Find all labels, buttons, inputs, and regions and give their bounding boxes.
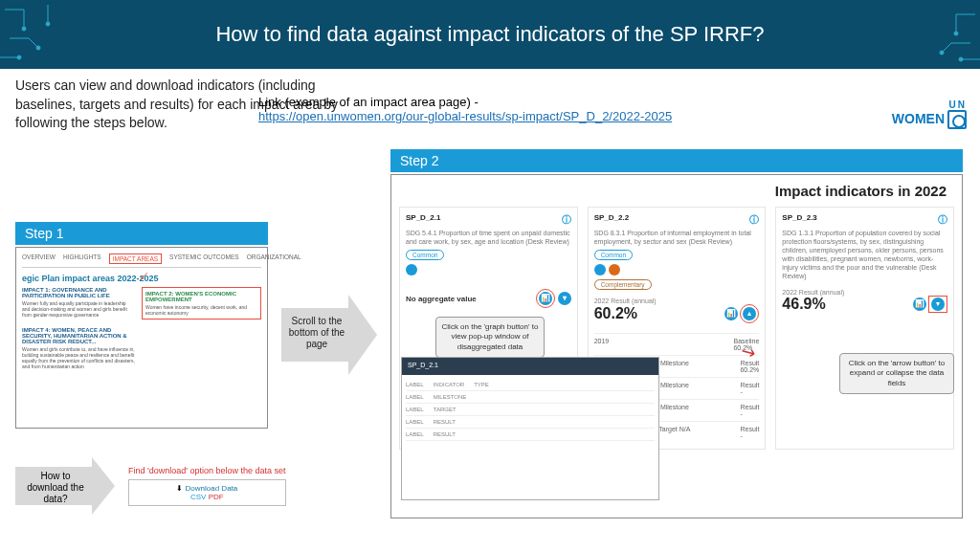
download-title: Download Data	[186, 484, 238, 493]
svg-point-1	[36, 46, 40, 50]
tab-org[interactable]: ORGANIZATIONAL	[247, 253, 301, 264]
ind1-desc: SDG 5.4.1 Proportion of time spent on un…	[406, 229, 571, 246]
circuit-decoration-right	[884, 0, 980, 69]
no-aggregate: No aggregate value	[406, 295, 477, 303]
ind3-desc: SDG 1.3.1 Proportion of population cover…	[782, 229, 947, 281]
ind3-code: SP_D_2.3	[782, 213, 816, 227]
svg-point-6	[959, 57, 963, 61]
footer-link-section: Link (example of an impact area page) - …	[258, 95, 672, 123]
link-label: Link (example of an impact area page) -	[258, 95, 479, 109]
expand-button[interactable]: ▾	[558, 292, 571, 305]
callout-arrow: Click on the 'arrow button' to expand or…	[839, 353, 954, 394]
tab-overview[interactable]: OVERVIEW	[22, 253, 56, 264]
pdf-link[interactable]: PDF	[209, 493, 224, 501]
unwomen-logo: UN WOMEN	[892, 100, 967, 129]
download-icon: ⬇	[176, 484, 183, 493]
tab-impact-areas[interactable]: IMPACT AREAS	[109, 253, 162, 264]
ind2-result: 60.2%	[594, 305, 637, 322]
svg-point-5	[940, 51, 944, 55]
common-badge: Common	[594, 250, 633, 260]
impact4-title: IMPACT 4: WOMEN, PEACE AND SECURITY, HUM…	[22, 327, 138, 344]
page-title: How to find data against impact indicato…	[215, 22, 764, 47]
svg-point-0	[22, 27, 26, 31]
impact1-title: IMPACT 1: GOVERNANCE AND PARTICIPATION I…	[22, 287, 134, 298]
example-link[interactable]: https://open.unwomen.org/our-global-resu…	[258, 109, 672, 123]
callout-graph: Click on the 'graph button' to view pop-…	[435, 317, 545, 358]
logo-women: WOMEN	[892, 110, 945, 125]
impact2-desc: Women have income security, decent work,…	[145, 304, 257, 316]
info-icon[interactable]: ⓘ	[562, 213, 571, 227]
ind3-result: 46.9%	[782, 296, 825, 313]
popup-header: SP_D_2.1	[402, 358, 658, 375]
scroll-text: Scroll to the bottom of the page	[287, 316, 346, 350]
tab-highlights[interactable]: HIGHLIGHTS	[63, 253, 101, 264]
info-icon[interactable]: ⓘ	[938, 213, 947, 227]
expand-button[interactable]: ▴	[743, 307, 756, 320]
result-label: 2022 Result (annual)	[782, 289, 947, 296]
logo-icon	[947, 110, 967, 129]
disaggregated-popup: SP_D_2.1 LABELINDICATORTYPE LABELMILESTO…	[401, 357, 659, 500]
svg-point-2	[17, 55, 21, 59]
globe-icon	[609, 264, 620, 276]
svg-point-3	[46, 22, 50, 26]
download-box: ⬇ Download Data CSV PDF	[128, 479, 286, 506]
result-label: 2022 Result (annual)	[594, 298, 760, 304]
csv-link[interactable]: CSV	[190, 493, 206, 501]
info-icon[interactable]: ⓘ	[749, 213, 759, 227]
step2-title: Impact indicators in 2022	[399, 183, 947, 199]
logo-un: UN	[892, 100, 967, 110]
circuit-decoration-left	[0, 0, 96, 69]
graph-button[interactable]: 📊	[913, 298, 926, 311]
download-instruction: Find 'download' option below the data se…	[128, 466, 286, 476]
globe-icon	[594, 264, 606, 276]
svg-point-4	[954, 32, 958, 35]
step1-label: Step 1	[15, 222, 268, 245]
ind1-code: SP_D_2.1	[406, 213, 440, 227]
scroll-arrow: Scroll to the bottom of the page	[281, 295, 377, 375]
common-badge: Common	[406, 250, 444, 260]
globe-icon	[406, 264, 417, 276]
impact1-desc: Women fully and equally participate in l…	[22, 300, 134, 318]
impact2-title: IMPACT 2: WOMEN'S ECONOMIC EMPOWERMENT	[145, 291, 257, 302]
step2-screenshot: Impact indicators in 2022 SP_D_2.1ⓘ SDG …	[390, 174, 963, 518]
step1-screenshot: OVERVIEW HIGHLIGHTS IMPACT AREAS SYSTEMI…	[15, 247, 268, 429]
tab-systemic[interactable]: SYSTEMIC OUTCOMES	[169, 253, 239, 264]
expand-button[interactable]: ▾	[931, 298, 945, 311]
ind2-code: SP_D_2.2	[594, 213, 629, 227]
graph-button[interactable]: 📊	[539, 292, 552, 305]
impact4-desc: Women and girls contribute to, and have …	[22, 346, 138, 369]
step2-label: Step 2	[390, 149, 963, 172]
download-arrow: How to download the data?	[15, 457, 121, 515]
complementary-badge: Complementary	[594, 279, 652, 290]
graph-button[interactable]: 📊	[724, 307, 738, 320]
slide-header: How to find data against impact indicato…	[0, 0, 980, 69]
ind2-desc: SDG 8.3.1 Proportion of informal employm…	[594, 229, 760, 246]
download-question: How to download the data?	[19, 471, 92, 505]
